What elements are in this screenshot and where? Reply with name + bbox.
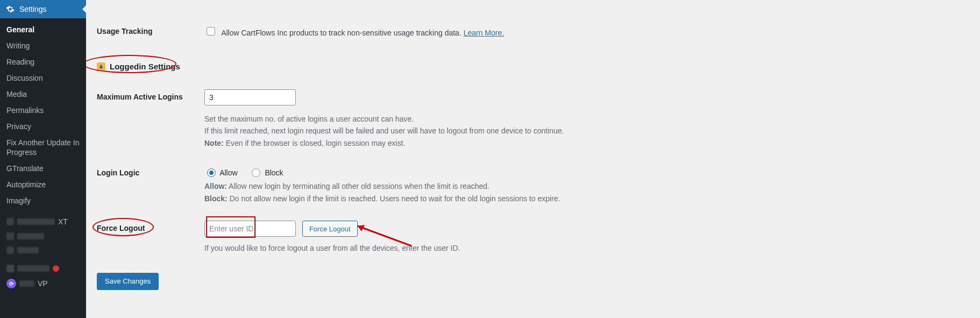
row-force-logout: Force Logout Force Logout If you would l… bbox=[86, 221, 980, 255]
sidebar-item-imagify[interactable]: Imagify bbox=[0, 193, 86, 209]
max-logins-input[interactable] bbox=[204, 89, 296, 105]
plugin-round-icon: ⟳ bbox=[6, 279, 16, 288]
login-logic-block-option[interactable]: Block bbox=[249, 168, 283, 177]
login-logic-allow-radio[interactable] bbox=[207, 168, 216, 177]
sidebar-item-media[interactable]: Media bbox=[0, 86, 86, 102]
usage-tracking-option[interactable]: Allow CartFlows Inc products to track no… bbox=[204, 29, 504, 37]
row-max-logins: Maximum Active Logins Set the maximum no… bbox=[86, 89, 980, 149]
sidebar-item-autoptimize[interactable]: Autoptimize bbox=[0, 176, 86, 193]
sidebar-item-obscured-4[interactable] bbox=[0, 262, 86, 275]
label-login-logic: Login Logic bbox=[97, 165, 204, 177]
force-logout-button[interactable]: Force Logout bbox=[302, 221, 358, 237]
admin-sidebar: Settings General Writing Reading Discuss… bbox=[0, 0, 86, 318]
login-logic-radio-group: Allow Block bbox=[204, 165, 560, 177]
sidebar-item-discussion[interactable]: Discussion bbox=[0, 70, 86, 86]
sidebar-item-gtranslate[interactable]: GTranslate bbox=[0, 160, 86, 176]
sidebar-active-settings[interactable]: Settings bbox=[0, 0, 86, 18]
sidebar-item-reading[interactable]: Reading bbox=[0, 54, 86, 70]
login-logic-block-radio[interactable] bbox=[252, 168, 260, 177]
usage-tracking-checkbox[interactable] bbox=[207, 27, 215, 36]
row-usage-tracking: Usage Tracking Allow CartFlows Inc produ… bbox=[86, 24, 980, 37]
sidebar-item-general[interactable]: General bbox=[0, 22, 86, 38]
sidebar-title: Settings bbox=[19, 5, 47, 13]
notification-dot-icon bbox=[53, 265, 59, 272]
row-save: Save Changes bbox=[86, 273, 980, 290]
sidebar-item-privacy[interactable]: Privacy bbox=[0, 118, 86, 135]
label-usage-tracking: Usage Tracking bbox=[97, 24, 204, 36]
sidebar-item-obscured-1[interactable]: XT bbox=[0, 214, 86, 229]
svg-marker-1 bbox=[358, 225, 365, 231]
login-logic-allow-option[interactable]: Allow bbox=[204, 168, 239, 177]
label-max-logins: Maximum Active Logins bbox=[97, 89, 204, 101]
section-loggedin-settings: Loggedin Settings bbox=[86, 56, 980, 74]
help-max-logins-note: Note: Even if the browser is closed, log… bbox=[204, 137, 564, 149]
help-login-logic-block: Block: Do not allow new login if the lim… bbox=[204, 193, 560, 204]
sidebar-item-obscured-3[interactable] bbox=[0, 243, 86, 257]
sidebar-item-permalinks[interactable]: Permalinks bbox=[0, 102, 86, 118]
force-logout-input[interactable] bbox=[204, 221, 296, 237]
sidebar-item-fix-update[interactable]: Fix Another Update In Progress bbox=[0, 135, 86, 160]
lock-icon bbox=[97, 62, 105, 71]
sidebar-item-obscured-5[interactable]: ⟳ VP bbox=[0, 275, 86, 292]
help-login-logic-allow: Allow: Allow new login by terminating al… bbox=[204, 180, 560, 192]
help-max-logins-1: Set the maximum no. of active logins a u… bbox=[204, 113, 564, 125]
sidebar-item-writing[interactable]: Writing bbox=[0, 38, 86, 54]
sidebar-submenu: General Writing Reading Discussion Media… bbox=[0, 18, 86, 214]
row-login-logic: Login Logic Allow Block Allow: Allow new… bbox=[86, 165, 980, 204]
sidebar-item-obscured-2[interactable] bbox=[0, 229, 86, 243]
settings-icon bbox=[5, 4, 15, 14]
save-changes-button[interactable]: Save Changes bbox=[97, 273, 159, 290]
label-force-logout: Force Logout bbox=[97, 224, 145, 232]
help-force-logout: If you would like to force logout a user… bbox=[204, 242, 460, 254]
help-max-logins-2: If this limit reached, next login reques… bbox=[204, 125, 564, 137]
learn-more-link[interactable]: Learn More. bbox=[464, 29, 504, 37]
settings-content: Usage Tracking Allow CartFlows Inc produ… bbox=[86, 0, 980, 318]
